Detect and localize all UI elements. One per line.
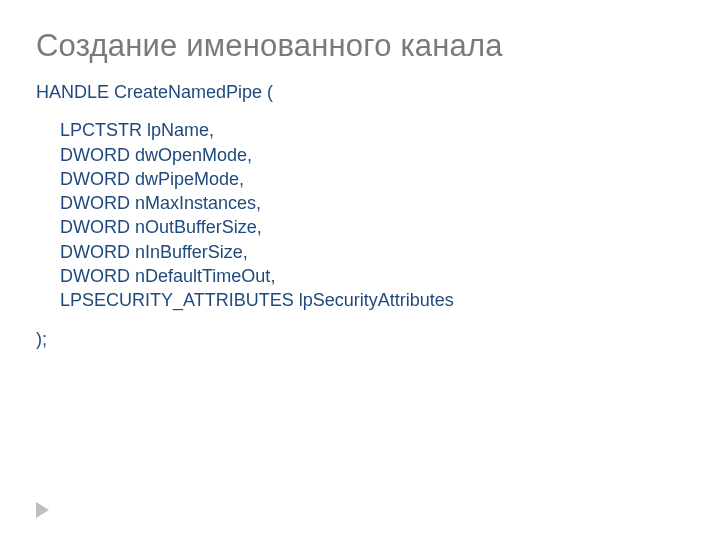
param-line: DWORD nMaxInstances, (60, 191, 684, 215)
function-close: ); (36, 327, 684, 351)
param-line: DWORD nDefaultTimeOut, (60, 264, 684, 288)
function-header: HANDLE CreateNamedPipe ( (36, 80, 684, 104)
slide-title: Создание именованного канала (36, 28, 503, 64)
param-line: DWORD nOutBufferSize, (60, 215, 684, 239)
parameter-list: LPCTSTR lpName, DWORD dwOpenMode, DWORD … (36, 118, 684, 312)
param-line: DWORD nInBufferSize, (60, 240, 684, 264)
function-signature: HANDLE CreateNamedPipe ( LPCTSTR lpName,… (36, 80, 684, 351)
param-line: DWORD dwOpenMode, (60, 143, 684, 167)
slide-content: HANDLE CreateNamedPipe ( LPCTSTR lpName,… (36, 80, 684, 351)
param-line: LPCTSTR lpName, (60, 118, 684, 142)
param-line: DWORD dwPipeMode, (60, 167, 684, 191)
param-line: LPSECURITY_ATTRIBUTES lpSecurityAttribut… (60, 288, 684, 312)
play-icon (36, 502, 49, 518)
